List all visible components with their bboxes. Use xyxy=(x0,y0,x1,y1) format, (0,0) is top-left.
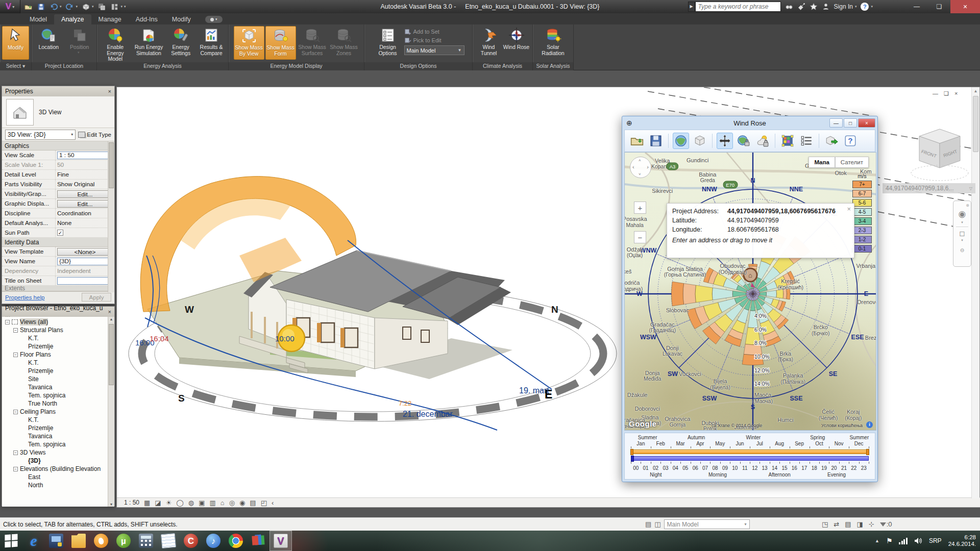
help-icon[interactable]: ? xyxy=(861,3,869,11)
browser-tree-item[interactable]: Tem. spojnica xyxy=(2,391,114,399)
browser-tree-item[interactable]: K.T. xyxy=(2,416,114,424)
tab-modify[interactable]: Modify xyxy=(165,14,198,24)
minimize-button[interactable]: — xyxy=(905,0,928,13)
browser-tree-item[interactable]: −Structural Plans xyxy=(2,326,114,334)
property-value[interactable] xyxy=(55,276,114,285)
properties-section-header[interactable]: Identity Data« xyxy=(2,238,114,247)
properties-section-header[interactable]: Extents« xyxy=(2,286,114,291)
modify-button[interactable]: Modify xyxy=(2,26,29,60)
zoom-out-button[interactable]: − xyxy=(634,231,646,243)
tab-analyze[interactable]: Analyze xyxy=(54,14,91,24)
show-mass-zones-button[interactable]: Show Mass Zones xyxy=(329,26,359,60)
navbar-minimize-icon[interactable]: ⊖ xyxy=(960,247,964,253)
pick-to-edit-button[interactable]: Pick to Edit xyxy=(404,37,464,44)
globe-lock-tool-icon[interactable] xyxy=(736,133,752,149)
tree-scrollbar[interactable]: ▲▼ xyxy=(108,317,114,507)
switch-windows-icon[interactable] xyxy=(97,2,107,11)
scrollbar-thumb[interactable] xyxy=(973,96,978,152)
panel-label-climate-analysis[interactable]: Climate Analysis xyxy=(473,62,532,70)
map-button[interactable]: Мапа xyxy=(808,157,835,168)
move-tool-icon[interactable] xyxy=(717,133,733,149)
lighting-icon[interactable]: ◉ xyxy=(239,499,245,507)
browser-tree-item[interactable]: Tavanica xyxy=(2,383,114,391)
location-dropdown[interactable]: 44,917049407959,18,6...▽ xyxy=(883,183,975,193)
browser-tree-item[interactable]: K.T. xyxy=(2,359,114,367)
sign-in-button[interactable]: Sign In xyxy=(834,3,853,10)
notepad-taskbar-button[interactable] xyxy=(157,531,180,551)
file-explorer-taskbar-button[interactable] xyxy=(67,531,90,551)
start-taskbar-button[interactable] xyxy=(0,531,22,551)
redo-icon[interactable] xyxy=(65,2,75,11)
properties-close-icon[interactable]: × xyxy=(108,88,111,94)
cloud-lock-tool-icon[interactable] xyxy=(754,133,771,149)
navigation-bar[interactable]: ⊗ ◉ ▾ ◻ ▾ ⊖ xyxy=(953,201,971,267)
tab-manage[interactable]: Manage xyxy=(91,14,129,24)
vasari-taskbar-button[interactable]: V xyxy=(270,531,292,551)
internet-explorer-taskbar-button[interactable]: e xyxy=(22,531,45,551)
sun-path-icon[interactable]: ☀ xyxy=(166,499,172,507)
save-icon[interactable] xyxy=(36,2,45,11)
favorites-icon[interactable] xyxy=(810,3,818,11)
itunes-taskbar-button[interactable]: ♪ xyxy=(202,531,225,551)
browser-tree-item[interactable]: −Elevations (Building Elevation xyxy=(2,465,114,473)
browser-tree-item[interactable]: East xyxy=(2,473,114,481)
edit-type-button[interactable]: Edit Type xyxy=(78,132,111,138)
dialog-maximize-button[interactable]: □ xyxy=(844,118,857,128)
vasari-app-menu[interactable]: V▾ xyxy=(0,0,20,13)
sign-in-caret-icon[interactable]: ▾ xyxy=(855,5,857,9)
close-button[interactable]: × xyxy=(950,0,980,13)
properties-help-link[interactable]: Properties help xyxy=(5,294,44,300)
editable-only-icon[interactable]: ◫ xyxy=(654,520,660,528)
hour-range-slider[interactable] xyxy=(631,456,869,461)
export-tool-icon[interactable] xyxy=(823,133,840,149)
list-tool-icon[interactable] xyxy=(798,133,815,149)
utorrent-taskbar-button[interactable]: µ xyxy=(112,531,135,551)
properties-title-bar[interactable]: Properties× xyxy=(2,86,114,96)
detail-level-icon[interactable]: ▦ xyxy=(144,499,150,507)
calculator-taskbar-button[interactable] xyxy=(135,531,157,551)
browser-tree-item[interactable]: True North xyxy=(2,399,114,408)
view-type-combo[interactable]: 3D View: {3D}▾ xyxy=(5,130,76,140)
action-center-icon[interactable]: ⚑ xyxy=(886,537,893,545)
wind-rose-dialog[interactable]: ⊕ Wind Rose — □ × ? NNNENEENEEESESESSESS… xyxy=(622,116,878,482)
panel-label-select[interactable]: Select ▾ xyxy=(0,62,31,70)
default-3d-view-icon[interactable] xyxy=(81,2,90,11)
browser-tree-item[interactable]: Site xyxy=(2,375,114,383)
property-value[interactable]: Edit... xyxy=(55,189,114,198)
browser-tree-item[interactable]: −Floor Plans xyxy=(2,350,114,359)
browser-tree-item[interactable]: −3D Views xyxy=(2,448,114,457)
show-mass-surfaces-button[interactable]: Show Mass Surfaces xyxy=(297,26,328,60)
language-indicator[interactable]: SRP xyxy=(929,537,942,544)
browser-tree-item[interactable]: Tavanica xyxy=(2,432,114,440)
dialog-close-button[interactable]: × xyxy=(858,118,875,128)
camera-icon[interactable]: ▤ xyxy=(250,499,256,507)
energy-settings-button[interactable]: Energy Settings xyxy=(166,26,195,60)
panel-label-project-location[interactable]: Project Location xyxy=(32,62,96,70)
navbar-close-icon[interactable]: ⊗ xyxy=(966,203,969,208)
stereo-icon[interactable]: ◎ xyxy=(229,499,235,507)
collapse-icon[interactable]: ‹ xyxy=(272,499,274,507)
locked-view-icon[interactable]: ⌂ xyxy=(220,499,225,507)
view-close-icon[interactable]: × xyxy=(954,90,958,97)
results-compare-button[interactable]: Results & Compare xyxy=(197,26,226,60)
tray-expand-icon[interactable]: ▲ xyxy=(875,538,879,543)
zoom-in-button[interactable]: + xyxy=(634,202,646,214)
apply-button[interactable]: Apply xyxy=(82,293,111,302)
show-mass-form-button[interactable]: Show Mass Form xyxy=(265,26,296,60)
worksets-icon[interactable]: ▤ xyxy=(645,520,651,528)
selection-filter-icon[interactable]: :0 xyxy=(880,520,892,528)
ribbon-options-pill[interactable]: ▾ xyxy=(205,16,223,23)
pan-left-icon[interactable]: ‹ xyxy=(632,164,634,170)
project-browser-title-bar[interactable]: Project Browser - Etno_eko_kuca_u ...× xyxy=(2,307,114,317)
satellite-button[interactable]: Сателит xyxy=(835,157,869,168)
browser-tree-item[interactable]: Tem. spojnica xyxy=(2,440,114,448)
month-range-slider[interactable] xyxy=(631,449,869,454)
wind-rose-title-bar[interactable]: ⊕ Wind Rose — □ × xyxy=(622,116,877,130)
browser-tree-item[interactable]: North xyxy=(2,481,114,489)
select-by-face-icon[interactable]: ◨ xyxy=(857,520,863,528)
search-icon[interactable] xyxy=(785,3,793,11)
network-icon[interactable] xyxy=(899,537,908,544)
property-value[interactable]: ✓ xyxy=(55,228,114,237)
rendering-icon[interactable]: ◍ xyxy=(188,499,194,507)
position-button[interactable]: Position▾ xyxy=(65,26,95,60)
